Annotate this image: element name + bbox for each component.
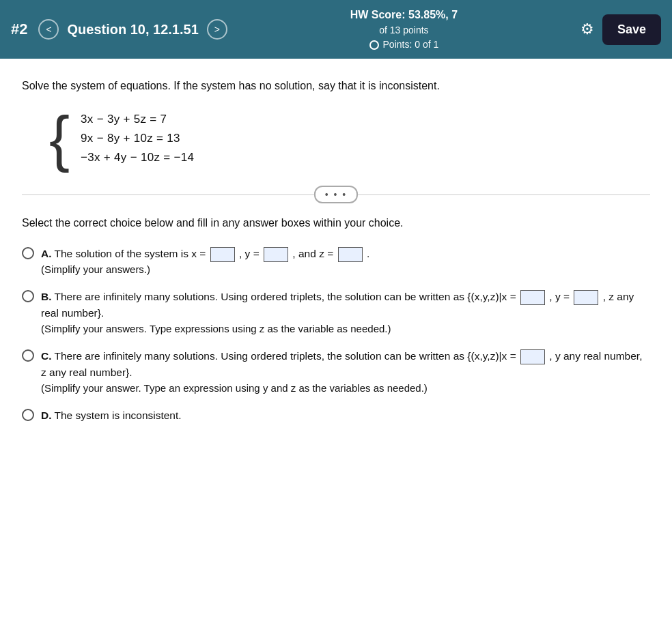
radio-c[interactable]: [22, 349, 34, 362]
hw-score-block: HW Score: 53.85%, 7 of 13 points Points:…: [236, 7, 572, 52]
gear-icon[interactable]: ⚙: [580, 20, 594, 38]
instructions: Select the correct choice below and fill…: [22, 217, 650, 229]
radio-d[interactable]: [22, 409, 34, 421]
divider-row: • • •: [22, 186, 650, 203]
answer-a-y[interactable]: [264, 247, 288, 262]
answer-a-x[interactable]: [210, 247, 235, 262]
equation-system: { 3x − 3y + 5z = 7 9x − 8y + 10z = 13 −3…: [49, 108, 650, 169]
choice-d: D. The system is inconsistent.: [22, 407, 650, 424]
answer-c-x[interactable]: [520, 349, 545, 364]
radio-b[interactable]: [22, 290, 34, 302]
equation-2: 9x − 8y + 10z = 13: [81, 132, 194, 145]
prev-button[interactable]: <: [38, 19, 59, 40]
choice-b-before: There are infinitely many solutions. Usi…: [55, 291, 516, 302]
choice-a-before: The solution of the system is x =: [55, 248, 206, 259]
choice-c-simplify: (Simplify your answer. Type an expressio…: [41, 382, 650, 394]
equations: 3x − 3y + 5z = 7 9x − 8y + 10z = 13 −3x …: [81, 108, 194, 169]
choice-b-mid: , y =: [549, 291, 570, 302]
points-circle-icon: [369, 40, 379, 50]
divider-right: [358, 194, 650, 195]
choice-c-label: C.: [41, 350, 52, 362]
answer-b-x[interactable]: [520, 290, 545, 305]
hw-score-label: HW Score: 53.85%, 7: [236, 7, 572, 23]
hw-score-sub: of 13 points: [236, 23, 572, 38]
equation-3: −3x + 4y − 10z = −14: [81, 151, 194, 164]
answer-b-y[interactable]: [574, 290, 598, 305]
choice-a-mid2: , and z =: [292, 248, 333, 259]
choice-a-label: A.: [41, 248, 52, 259]
points-label: Points: 0 of 1: [383, 38, 439, 52]
save-button[interactable]: Save: [602, 14, 661, 45]
brace-icon: {: [49, 108, 70, 169]
choice-c: C. There are infinitely many solutions. …: [22, 348, 650, 394]
choice-d-label: D.: [41, 409, 52, 421]
choice-b-simplify: (Simplify your answers. Type expressions…: [41, 323, 650, 334]
choice-c-text: C. There are infinitely many solutions. …: [41, 348, 650, 381]
question-title: Question 10, 12.1.51: [67, 22, 198, 38]
choice-a: A. The solution of the system is x = , y…: [22, 246, 650, 275]
equation-1: 3x − 3y + 5z = 7: [81, 113, 194, 126]
answer-a-z[interactable]: [338, 247, 363, 262]
choice-a-period: .: [367, 248, 369, 259]
next-button[interactable]: >: [207, 19, 227, 40]
divider-left: [22, 194, 314, 195]
choice-b-text: B. There are infinitely many solutions. …: [41, 289, 650, 321]
choice-a-simplify: (Simplify your answers.): [41, 263, 369, 275]
choice-c-before: There are infinitely many solutions. Usi…: [55, 350, 516, 362]
choice-b: B. There are infinitely many solutions. …: [22, 289, 650, 334]
choice-d-text: D. The system is inconsistent.: [41, 407, 182, 424]
dots-button[interactable]: • • •: [314, 186, 358, 203]
choice-a-mid1: , y =: [239, 248, 260, 259]
question-number: #2: [11, 20, 27, 38]
choice-a-text: A. The solution of the system is x = , y…: [41, 246, 369, 262]
choice-b-label: B.: [41, 291, 52, 302]
radio-a[interactable]: [22, 247, 34, 259]
main-content: Solve the system of equations. If the sy…: [0, 59, 672, 634]
choice-d-body: The system is inconsistent.: [55, 409, 182, 421]
header: #2 < Question 10, 12.1.51 > HW Score: 53…: [0, 0, 672, 59]
problem-statement: Solve the system of equations. If the sy…: [22, 78, 650, 94]
